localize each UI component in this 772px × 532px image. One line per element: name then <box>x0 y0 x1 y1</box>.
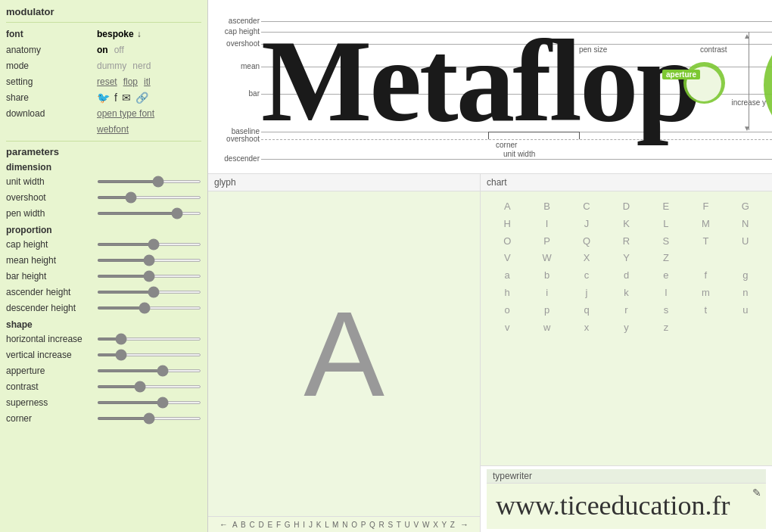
unit-width-label: unit width <box>6 176 97 187</box>
link-icon[interactable]: 🔗 <box>135 92 148 104</box>
glyph-nav: ← A B C D E F G H I J K L M N O P Q R S … <box>208 516 480 532</box>
chart-cell <box>727 250 764 266</box>
ascender-height-row: ascender height <box>6 285 201 299</box>
setting-reset[interactable]: reset <box>97 76 117 87</box>
mean-height-row: mean height <box>6 254 201 267</box>
guide-overshoot-label: overshoot <box>208 39 260 48</box>
aperture-label-e: aperture <box>662 70 700 79</box>
chart-cell: E <box>647 199 685 215</box>
pen-width-slider[interactable] <box>97 212 201 215</box>
bar-height-label: bar height <box>6 271 97 282</box>
chart-cell: x <box>568 320 605 336</box>
vertical-increase-slider[interactable] <box>97 353 201 356</box>
chart-cell: Y <box>607 250 645 266</box>
chart-cell: a <box>488 268 526 284</box>
superness-row: superness <box>6 396 201 409</box>
glyph-next-button[interactable]: → <box>460 520 468 529</box>
setting-itl[interactable]: itl <box>144 76 151 87</box>
horizontal-increase-slider[interactable] <box>97 338 201 341</box>
ascender-height-slider[interactable] <box>97 291 201 294</box>
anatomy-on[interactable]: on <box>97 45 108 55</box>
cap-height-slider[interactable] <box>97 243 201 246</box>
chart-grid: ABCDEFGHIJKLMNOPQRSTUVWXYZabcdefghijklmn… <box>488 199 764 335</box>
setting-flop[interactable]: flop <box>123 76 138 87</box>
chart-cell: U <box>727 234 764 250</box>
download-webfont[interactable]: webfont <box>97 124 129 135</box>
contrast-row: contrast <box>6 380 201 394</box>
chart-cell: F <box>686 199 724 215</box>
mode-value[interactable]: dummy <box>97 61 126 71</box>
contrast-label: contrast <box>6 381 97 392</box>
corner-slider[interactable] <box>97 417 201 420</box>
chart-cell: v <box>488 320 526 336</box>
email-icon[interactable]: ✉ <box>122 92 131 104</box>
chart-cell: z <box>647 320 685 336</box>
corner-label: corner <box>6 413 97 424</box>
glyph-char: A <box>304 285 384 424</box>
chart-cell: J <box>568 216 605 232</box>
chart-cell: s <box>647 303 685 319</box>
parameters-title: parameters <box>6 146 201 157</box>
unit-width-label-preview: unit width <box>503 150 535 158</box>
horizontal-increase-row: horizontal increase <box>6 332 201 346</box>
cap-height-label: cap height <box>6 239 97 250</box>
horizontal-increase-label: horizontal increase <box>6 334 97 344</box>
twitter-icon[interactable]: 🐦 <box>97 92 110 104</box>
mean-height-slider[interactable] <box>97 259 201 262</box>
edit-icon[interactable]: ✎ <box>752 487 761 499</box>
superness-slider-container <box>97 401 201 404</box>
glyph-alphabet: A B C D E F G H I J K L M N O P Q R S T … <box>232 521 456 529</box>
glyph-title: glyph <box>208 174 480 191</box>
chart-cell: H <box>488 216 526 232</box>
typewriter-text[interactable]: www.ticeeducation.fr <box>496 490 730 521</box>
overshoot-slider[interactable] <box>97 196 201 199</box>
ascender-height-label: ascender height <box>6 287 97 297</box>
anatomy-label: anatomy <box>6 45 97 55</box>
chart-cell: j <box>568 285 605 301</box>
chart-cell <box>686 250 724 266</box>
increase-y-arrow-bottom: ▼ <box>743 124 751 132</box>
glyph-prev-button[interactable]: ← <box>219 520 228 529</box>
descender-height-slider[interactable] <box>97 306 201 310</box>
chart-cell: S <box>647 234 685 250</box>
proportion-title: proportion <box>6 225 201 235</box>
chart-cell: X <box>568 250 605 266</box>
bottom-content: glyph A ← A B C D E F G H I J K L M N O … <box>208 174 772 532</box>
superness-slider[interactable] <box>97 401 201 404</box>
typewriter-content: www.ticeeducation.fr ✎ <box>487 484 766 529</box>
horizontal-increase-slider-container <box>97 338 201 341</box>
chart-cell <box>727 320 764 336</box>
vertical-increase-label: vertical increase <box>6 350 97 360</box>
bar-height-slider[interactable] <box>97 275 201 278</box>
chart-panel: chart ABCDEFGHIJKLMNOPQRSTUVWXYZabcdefgh… <box>481 174 772 465</box>
chart-cell: K <box>607 216 645 232</box>
anatomy-off[interactable]: off <box>114 45 124 55</box>
apperture-slider[interactable] <box>97 369 201 372</box>
mode-value2[interactable]: nerd <box>132 61 151 71</box>
ascender-height-slider-container <box>97 291 201 294</box>
chart-cell: C <box>568 199 605 215</box>
chart-cell: k <box>607 285 645 301</box>
chart-cell: M <box>686 216 724 232</box>
guide-cap-height-label: cap height <box>208 27 260 36</box>
chart-cell: t <box>686 303 724 319</box>
unit-width-slider[interactable] <box>97 180 201 183</box>
share-row: share 🐦 f ✉ 🔗 <box>6 91 201 104</box>
chart-cell: b <box>528 268 565 284</box>
chart-cell: L <box>647 216 685 232</box>
facebook-icon[interactable]: f <box>114 92 117 104</box>
guide-overshoot2-label: overshoot <box>208 135 260 143</box>
chart-cell: c <box>568 268 605 284</box>
typewriter-panel: typewriter www.ticeeducation.fr ✎ <box>481 465 772 532</box>
download-open[interactable]: open type font <box>97 108 154 119</box>
dimension-title: dimension <box>6 162 201 173</box>
chart-cell: p <box>528 303 565 319</box>
chart-cell: f <box>686 268 724 284</box>
font-arrow[interactable]: ↓ <box>137 29 142 39</box>
glyph-display: A <box>208 191 480 516</box>
font-value[interactable]: bespoke <box>97 29 134 39</box>
chart-cell: R <box>607 234 645 250</box>
apperture-row: apperture <box>6 364 201 378</box>
overshoot-row: overshoot <box>6 191 201 204</box>
contrast-slider[interactable] <box>97 385 201 388</box>
